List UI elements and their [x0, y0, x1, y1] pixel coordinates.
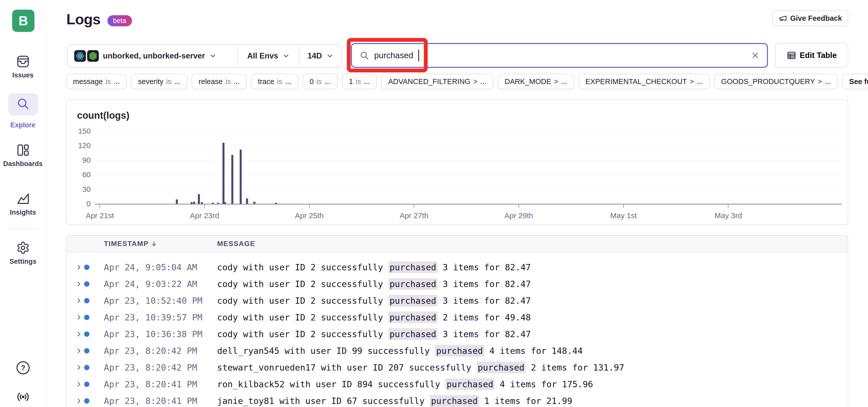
y-axis-tick-label: 60 — [68, 170, 91, 179]
x-axis-tick-label: Apr 23rd — [190, 211, 219, 220]
filter-chip[interactable]: messageis... — [66, 74, 127, 89]
sidebar-divider — [7, 228, 39, 229]
log-row[interactable]: Apr 24, 9:05:04 AMcody with user ID 2 su… — [66, 259, 848, 276]
sidebar-item-explore-label[interactable]: Explore — [0, 119, 46, 129]
chip-value: ... — [114, 77, 120, 86]
x-axis-tick — [623, 205, 624, 208]
column-header-timestamp[interactable]: TIMESTAMP — [104, 240, 158, 248]
give-feedback-button[interactable]: Give Feedback — [772, 10, 848, 26]
chip-operator: is — [225, 77, 231, 86]
date-range-selector[interactable]: 14D — [299, 45, 342, 67]
log-row[interactable]: Apr 23, 8:20:41 PMjanie_toy81 with user … — [66, 393, 848, 407]
sidebar-item-label: Insights — [0, 209, 46, 216]
chart-gridline — [95, 145, 842, 146]
date-range-selector-value: 14D — [308, 52, 322, 61]
expand-row-icon[interactable] — [75, 381, 82, 387]
expand-row-icon[interactable] — [75, 331, 82, 337]
edit-table-button[interactable]: Edit Table — [775, 43, 848, 68]
chip-operator: > — [818, 77, 822, 86]
sidebar-item-explore[interactable] — [8, 93, 38, 115]
log-row[interactable]: Apr 23, 8:20:42 PMstewart_vonrueden17 wi… — [66, 359, 848, 376]
severity-dot — [84, 315, 89, 320]
log-row[interactable]: Apr 23, 10:39:57 PMcody with user ID 2 s… — [66, 309, 848, 326]
filter-chip[interactable]: traceis... — [251, 74, 299, 89]
expand-row-icon[interactable] — [75, 264, 82, 271]
log-message: stewart_vonrueden17 with user ID 207 suc… — [217, 363, 624, 373]
chip-key: DARK_MODE — [505, 77, 551, 86]
highlighted-term: purchased — [389, 278, 438, 290]
project-selector[interactable]: unborked, unborked-server — [68, 45, 238, 67]
highlighted-term: purchased — [389, 312, 438, 323]
expand-row-icon[interactable] — [75, 281, 82, 287]
filter-chip[interactable]: releaseis... — [191, 74, 247, 89]
broadcast-icon — [16, 400, 31, 405]
chip-value: ... — [697, 77, 703, 86]
column-header-message[interactable]: MESSAGE — [217, 240, 255, 248]
log-table: TIMESTAMP MESSAGE Apr 24, 9:05:04 AMcody… — [66, 235, 848, 407]
log-timestamp: Apr 23, 10:52:40 PM — [104, 296, 203, 306]
sidebar-item-label: Issues — [0, 71, 46, 79]
environment-selector[interactable]: All Envs — [238, 45, 299, 67]
see-full-list-button[interactable]: See full list — [842, 74, 868, 89]
chart-bar — [246, 198, 248, 204]
chip-value: ... — [364, 77, 370, 86]
highlighted-term: purchased — [430, 395, 479, 407]
whats-new-button[interactable] — [0, 390, 46, 405]
explore-search-icon — [16, 97, 30, 112]
x-axis-tick — [728, 205, 728, 208]
y-axis-tick-label: 30 — [68, 185, 91, 194]
expand-row-icon[interactable] — [75, 347, 82, 354]
chip-operator: is — [356, 77, 361, 86]
chip-key: severity — [138, 77, 163, 86]
clear-search-icon[interactable] — [751, 51, 760, 60]
sidebar-item-insights[interactable]: Insights — [0, 192, 46, 216]
chip-key: 0 — [310, 77, 314, 86]
filter-chip[interactable]: 1is... — [342, 74, 377, 89]
highlighted-term: purchased — [389, 262, 438, 273]
filter-chip[interactable]: GOODS_PRODUCTQUERY>... — [714, 74, 838, 89]
chip-operator: is — [316, 77, 322, 86]
log-row[interactable]: Apr 23, 8:20:42 PMdell_ryan545 with user… — [66, 342, 848, 359]
log-timestamp: Apr 23, 8:20:42 PM — [104, 346, 197, 356]
sort-desc-icon — [151, 240, 158, 247]
expand-row-icon[interactable] — [75, 364, 82, 371]
highlighted-term: purchased — [445, 378, 495, 390]
expand-row-icon[interactable] — [75, 297, 82, 304]
log-timestamp: Apr 23, 10:39:57 PM — [104, 312, 203, 323]
log-timestamp: Apr 24, 9:03:22 AM — [104, 279, 197, 289]
expand-row-icon[interactable] — [75, 398, 82, 404]
chart-gridline — [95, 131, 842, 131]
log-search-input[interactable]: purchased — [351, 43, 768, 68]
expand-row-icon[interactable] — [75, 314, 82, 321]
log-row[interactable]: Apr 23, 10:36:38 PMcody with user ID 2 s… — [66, 326, 848, 342]
search-icon — [360, 50, 369, 60]
log-table-body: Apr 24, 9:05:04 AMcody with user ID 2 su… — [66, 252, 848, 407]
log-row[interactable]: Apr 23, 8:20:41 PMron_kilback52 with use… — [66, 376, 848, 393]
filter-chip[interactable]: severityis... — [131, 74, 187, 89]
chip-key: release — [198, 77, 223, 86]
filter-chip[interactable]: DARK_MODE>... — [498, 74, 575, 89]
chip-value: ... — [825, 77, 831, 86]
chart-bar — [275, 203, 277, 204]
chip-operator: is — [277, 77, 282, 86]
filter-chip[interactable]: ADVANCED_FILTERING>... — [381, 74, 494, 89]
help-icon[interactable]: ? — [17, 361, 30, 374]
severity-dot — [84, 332, 89, 337]
sidebar-item-label: Dashboards — [0, 160, 46, 168]
log-row[interactable]: Apr 23, 10:52:40 PMcody with user ID 2 s… — [66, 292, 848, 309]
sidebar-item-settings[interactable]: Settings — [0, 241, 46, 266]
chip-value: ... — [561, 77, 567, 86]
severity-dot — [84, 398, 89, 404]
chip-value: ... — [324, 77, 331, 86]
chart-title: count(logs) — [77, 110, 129, 121]
log-message: cody with user ID 2 successfully purchas… — [217, 312, 531, 323]
filter-chip[interactable]: EXPERIMENTAL_CHECKOUT>... — [579, 74, 710, 89]
log-row[interactable]: Apr 24, 9:03:22 AMcody with user ID 2 su… — [66, 276, 848, 292]
chart-bar — [201, 202, 203, 204]
filter-chip[interactable]: 0is... — [303, 74, 338, 89]
project-selector-value: unborked, unborked-server — [103, 52, 205, 61]
sidebar-item-issues[interactable]: Issues — [0, 55, 46, 79]
sidebar-item-dashboards[interactable]: Dashboards — [0, 143, 46, 168]
org-avatar[interactable]: B — [12, 10, 34, 32]
x-axis-tick — [414, 205, 414, 208]
